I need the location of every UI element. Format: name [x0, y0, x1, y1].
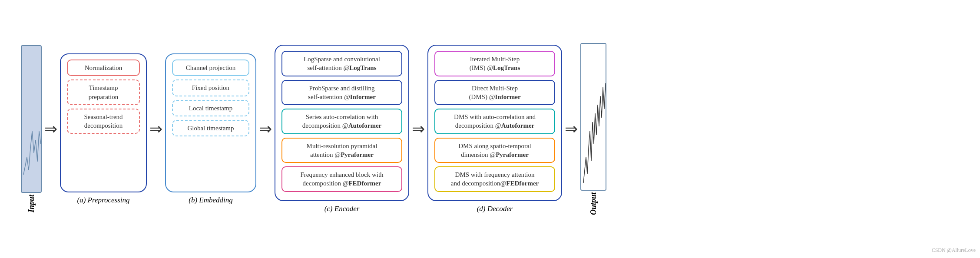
embedding-section: Channel projection Fixed position Local … [165, 53, 256, 205]
preprocessing-label: (a) Preprocessing [77, 196, 129, 205]
box-channel: Channel projection [172, 60, 249, 76]
box-enc-autoformer: Series auto-correlation withdecompositio… [281, 109, 402, 134]
box-enc-pyraformer: Multi-resolution pyramidalattention @Pyr… [281, 138, 402, 163]
box-seasonal: Seasonal-trenddecomposition [67, 109, 140, 134]
output-column: Output [580, 43, 606, 215]
embedding-panel: Channel projection Fixed position Local … [165, 53, 256, 192]
arrow-enc-dec: ⇒ [412, 121, 425, 137]
input-chart [21, 45, 42, 193]
box-dec-fedformer: DMS with frequency attentionand decompos… [434, 166, 555, 192]
preprocessing-panel: Normalization Timestamppreparation Seaso… [60, 53, 147, 192]
arrow-dec-out: ⇒ [565, 121, 578, 137]
box-fixed: Fixed position [172, 79, 249, 96]
box-dec-pyraformer: DMS along spatio-temporaldimension @Pyra… [434, 138, 555, 163]
arrow-input: ⇒ [44, 121, 57, 137]
box-dec-logtrans: Iterated Multi-Step(IMS) @LogTrans [434, 51, 555, 76]
box-timestamp: Timestamppreparation [67, 79, 140, 105]
decoder-label: (d) Decoder [477, 205, 513, 213]
arrow-emb-enc: ⇒ [259, 121, 272, 137]
box-enc-fedformer: Frequency enhanced block withdecompositi… [281, 166, 402, 192]
box-dec-informer: Direct Multi-Step(DMS) @Informer [434, 80, 555, 106]
box-normalization: Normalization [67, 60, 140, 76]
box-enc-logtrans: LogSparse and convolutionalself-attentio… [281, 51, 402, 76]
input-label: Input [27, 195, 36, 212]
output-label: Output [589, 192, 598, 215]
encoder-section: LogSparse and convolutionalself-attentio… [275, 45, 409, 213]
box-dec-autoformer: DMS with auto-correlation anddecompositi… [434, 109, 555, 134]
embedding-label: (b) Embedding [189, 196, 233, 205]
output-chart [580, 43, 606, 191]
watermark: CSDN @AllureLove [932, 247, 976, 254]
box-global: Global timestamp [172, 120, 249, 136]
encoder-panel: LogSparse and convolutionalself-attentio… [275, 45, 409, 201]
arrow-pre-emb: ⇒ [149, 121, 162, 137]
box-enc-informer: ProbSparse and distillingself-attention … [281, 80, 402, 106]
encoder-label: (c) Encoder [324, 205, 360, 213]
decoder-section: Iterated Multi-Step(IMS) @LogTrans Direc… [427, 45, 562, 213]
input-column: Input [21, 45, 42, 212]
preprocessing-section: Normalization Timestamppreparation Seaso… [60, 53, 147, 205]
box-local: Local timestamp [172, 100, 249, 116]
decoder-panel: Iterated Multi-Step(IMS) @LogTrans Direc… [427, 45, 562, 201]
